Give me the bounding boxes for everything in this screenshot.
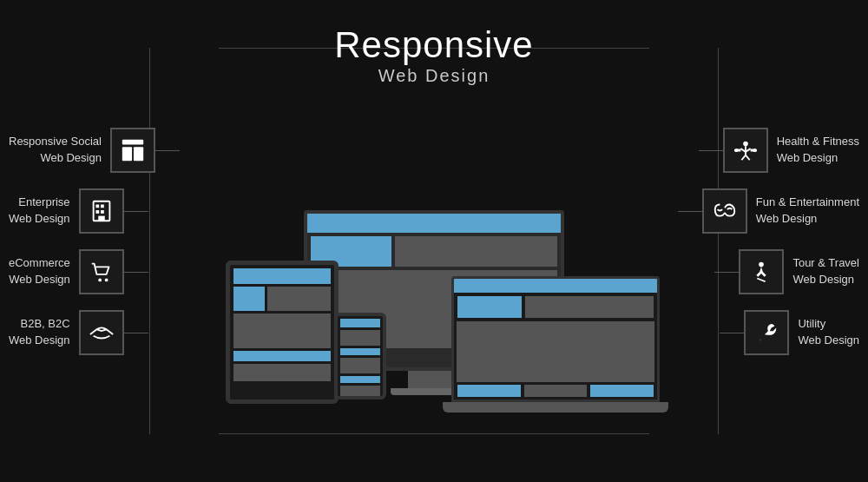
laptop-device: [451, 276, 660, 413]
laptop-blue-sm: [457, 385, 521, 397]
tablet-gray-sm: [233, 364, 331, 381]
layout-icon: [120, 137, 146, 163]
svg-point-11: [743, 141, 748, 146]
svg-point-14: [760, 261, 765, 267]
main-container: Responsive Web Design Responsive SocialW…: [0, 0, 868, 482]
svg-rect-5: [101, 204, 104, 208]
tablet-blue-strip: [233, 351, 331, 361]
service-b2b: B2B, B2CWeb Design: [9, 310, 155, 355]
service-ecommerce-icon-box: [79, 249, 124, 294]
tablet-screen: [226, 261, 339, 404]
phone-device: [334, 313, 386, 399]
laptop-gray-sm: [524, 385, 588, 397]
service-entertainment-icon-box: [702, 188, 747, 234]
left-services: Responsive SocialWeb Design EnterpriseWe…: [9, 128, 155, 355]
laptop-row2: [454, 385, 657, 397]
service-utility: UtilityWeb Design: [702, 310, 859, 355]
svg-rect-4: [95, 204, 99, 208]
svg-rect-6: [95, 210, 99, 214]
laptop-header: [454, 279, 657, 293]
svg-rect-2: [134, 147, 143, 161]
tablet-device: [226, 261, 339, 404]
service-travel-icon-box: [739, 249, 784, 294]
service-utility-label: UtilityWeb Design: [798, 316, 859, 347]
service-social-label: Responsive SocialWeb Design: [9, 134, 102, 165]
monitor-block-gray: [395, 236, 557, 267]
laptop-base: [443, 402, 668, 413]
service-entertainment-label: Fun & EntertainmentWeb Design: [756, 195, 859, 226]
travel-icon: [748, 259, 774, 285]
tablet-blue: [233, 287, 265, 311]
svg-rect-7: [101, 210, 104, 214]
phone-header: [340, 319, 380, 327]
phone-screen: [334, 313, 386, 399]
monitor-header: [307, 214, 561, 233]
devices-area: [208, 96, 660, 447]
svg-point-9: [98, 278, 102, 281]
phone-block3: [340, 386, 380, 398]
phone-blue2: [340, 376, 380, 383]
laptop-blue-sm2: [590, 385, 654, 397]
svg-point-10: [105, 278, 108, 281]
tablet-gray: [267, 287, 331, 311]
service-enterprise-icon-box: [79, 188, 124, 234]
title-small: Web Design: [334, 66, 533, 86]
laptop-block-gray: [525, 296, 654, 318]
svg-rect-1: [122, 147, 132, 161]
service-enterprise-label: EnterpriseWeb Design: [9, 195, 70, 226]
center-title: Responsive Web Design: [334, 24, 533, 86]
tablet-main: [233, 314, 331, 348]
service-social-icon-box: [110, 128, 155, 173]
tablet-row1: [230, 287, 334, 311]
building-icon: [89, 198, 115, 224]
svg-line-15: [760, 339, 762, 340]
service-health-label: Health & FitnessWeb Design: [777, 134, 859, 165]
monitor-row1: [307, 236, 561, 267]
service-utility-icon-box: [744, 310, 789, 355]
laptop-screen: [451, 276, 660, 402]
fitness-icon: [733, 137, 759, 163]
tools-icon: [753, 320, 779, 346]
service-social: Responsive SocialWeb Design: [9, 128, 155, 173]
phone-block1: [340, 330, 380, 346]
service-travel: Tour & TravelWeb Design: [702, 249, 859, 294]
handshake-icon: [89, 320, 115, 346]
tablet-header: [233, 268, 331, 284]
service-b2b-icon-box: [79, 310, 124, 355]
laptop-main-block: [457, 321, 654, 382]
title-big: Responsive: [334, 24, 533, 66]
laptop-block-blue: [457, 296, 522, 318]
service-ecommerce-label: eCommerceWeb Design: [9, 255, 70, 287]
service-health: Health & FitnessWeb Design: [702, 128, 859, 173]
svg-rect-13: [753, 149, 757, 152]
laptop-row1: [454, 296, 657, 318]
cart-icon: [89, 259, 115, 285]
phone-block2: [340, 358, 380, 373]
phone-blue1: [340, 348, 380, 355]
service-b2b-label: B2B, B2CWeb Design: [9, 316, 70, 347]
service-travel-label: Tour & TravelWeb Design: [792, 255, 859, 287]
service-enterprise: EnterpriseWeb Design: [9, 188, 155, 234]
service-health-icon-box: [723, 128, 768, 173]
right-services: Health & FitnessWeb Design Fun & Enterta…: [702, 128, 859, 355]
masks-icon: [712, 198, 738, 224]
svg-rect-12: [734, 149, 739, 152]
svg-rect-8: [98, 215, 105, 221]
service-entertainment: Fun & EntertainmentWeb Design: [702, 188, 859, 234]
svg-rect-0: [122, 139, 143, 144]
service-ecommerce: eCommerceWeb Design: [9, 249, 155, 294]
